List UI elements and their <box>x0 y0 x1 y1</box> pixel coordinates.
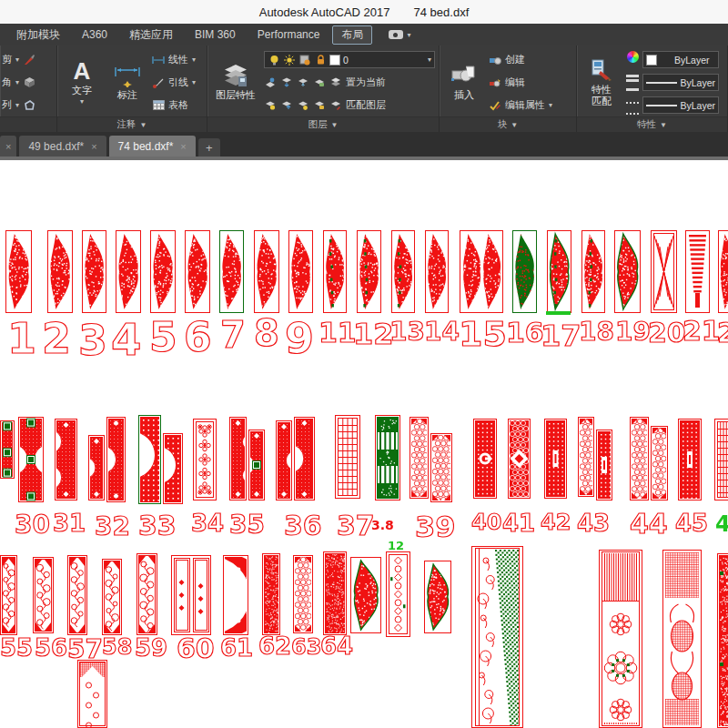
create-block-button[interactable]: 创建 <box>489 52 552 68</box>
sun-icon[interactable] <box>283 54 296 66</box>
close-icon[interactable]: × <box>180 141 186 152</box>
trim-button[interactable]: 剪 ▾ <box>2 52 53 68</box>
table-button[interactable]: 表格 <box>152 97 196 114</box>
create-block-icon <box>489 54 501 66</box>
linetype-sample <box>646 105 677 106</box>
table-icon <box>152 99 165 112</box>
title-bar: Autodesk AutoCAD 2017 74 bed.dxf <box>0 0 728 24</box>
fillet-button[interactable]: 角 ▾ <box>2 75 53 91</box>
layers-icon <box>223 64 248 87</box>
menu-tab-addins[interactable]: 附加模块 <box>7 25 69 45</box>
chevron-down-icon: ▼ <box>660 121 667 129</box>
linear-button[interactable]: 线性 ▾ <box>152 52 196 68</box>
autocad-window: Autodesk AutoCAD 2017 74 bed.dxf 附加模块 A3… <box>0 0 728 728</box>
menu-tab-performance[interactable]: Performance <box>248 26 329 43</box>
edit-block-button[interactable]: 编辑 <box>489 75 552 91</box>
properties-panel: 特性 匹配 ByLayer ByLayer <box>577 46 728 132</box>
color-swatch <box>646 55 657 66</box>
chevron-down-icon: ▾ <box>428 56 431 64</box>
layers-panel-footer[interactable]: 图层 ▼ <box>207 116 439 132</box>
layer-current-icon[interactable] <box>329 76 342 89</box>
modify-panel-partial: 剪 ▾ 角 ▾ 列 ▾ <box>0 46 57 132</box>
layer-freeze-icon[interactable] <box>298 54 311 66</box>
close-icon[interactable]: × <box>5 141 11 152</box>
chevron-down-icon: ▼ <box>331 121 339 129</box>
layer-current-value: 0 <box>343 55 425 66</box>
insert-button[interactable]: 插入 <box>443 48 485 116</box>
linear-dim-icon <box>152 54 165 66</box>
lineweight-sample <box>646 82 677 84</box>
layers-panel: 图层特性 <box>207 46 440 132</box>
chevron-down-icon: ▾ <box>80 97 84 106</box>
match-properties-label: 特性 匹配 <box>592 84 612 106</box>
menu-tab-featured-apps[interactable]: 精选应用 <box>120 25 182 45</box>
brush-icon[interactable] <box>23 54 35 66</box>
edit-attributes-button[interactable]: 编辑属性 ▾ <box>489 97 552 114</box>
match-properties-button[interactable]: 特性 匹配 <box>581 48 622 116</box>
linetype-icon[interactable] <box>626 102 639 115</box>
layer-properties-button[interactable]: 图层特性 <box>211 48 260 116</box>
dimension-button[interactable]: 标注 <box>106 48 148 116</box>
file-tab-clipped[interactable]: × <box>0 136 16 157</box>
chevron-down-icon: ▾ <box>192 56 196 64</box>
layer-lock2-icon[interactable] <box>313 99 326 112</box>
file-tab-49bed[interactable]: 49 bed.dxf* × <box>19 136 106 157</box>
layer-select[interactable]: 0 ▾ <box>264 51 435 68</box>
array-button[interactable]: 列 ▾ <box>2 97 53 114</box>
polygon-icon[interactable] <box>23 99 35 112</box>
file-tab-74bed[interactable]: 74 bed.dxf* × <box>109 136 196 157</box>
layer-match-icon[interactable] <box>329 99 342 112</box>
drawing-canvas[interactable] <box>0 160 728 728</box>
annotation-panel-footer[interactable]: 注释 ▼ <box>57 116 207 132</box>
text-icon: A <box>74 59 91 83</box>
object-color-select[interactable]: ByLayer <box>642 51 719 68</box>
layer-freeze2-icon[interactable] <box>297 76 309 89</box>
block-panel: 插入 创建 编辑 <box>440 46 577 132</box>
menu-bar: 附加模块 A360 精选应用 BIM 360 Performance 布局 ▾ <box>0 24 728 46</box>
ribbon-display-button[interactable]: ▾ <box>389 30 410 39</box>
menu-tab-layout[interactable]: 布局 <box>332 25 372 45</box>
annotation-panel: A 文字 ▾ 标注 线性 ▾ <box>57 46 207 132</box>
match-layer-row: 匹配图层 <box>264 97 435 114</box>
camera-icon <box>389 30 403 39</box>
layer-on-icon[interactable] <box>264 99 277 112</box>
modify-panel-footer[interactable] <box>0 116 56 132</box>
menu-tab-bim360[interactable]: BIM 360 <box>186 26 245 43</box>
layer-pin-icon[interactable] <box>264 76 277 89</box>
layer-down-icon[interactable] <box>280 76 293 89</box>
lock-icon[interactable] <box>314 54 327 66</box>
chevron-down-icon: ▾ <box>15 56 19 64</box>
linetype-select[interactable]: ByLayer <box>642 96 719 114</box>
layer-unlock-icon[interactable] <box>313 76 326 89</box>
chevron-down-icon: ▾ <box>549 101 552 109</box>
chevron-down-icon: ▾ <box>192 78 196 86</box>
box-icon[interactable] <box>23 76 35 89</box>
insert-icon <box>450 64 478 87</box>
block-panel-footer[interactable]: 块 ▼ <box>440 116 576 132</box>
text-button[interactable]: A 文字 ▾ <box>61 48 103 116</box>
new-tab-button[interactable]: + <box>198 138 220 157</box>
plus-icon: + <box>206 141 213 155</box>
app-title: Autodesk AutoCAD 2017 <box>259 5 390 19</box>
lineweight-icon[interactable] <box>626 76 639 89</box>
document-title: 74 bed.dxf <box>414 5 470 19</box>
chevron-down-icon: ▼ <box>140 121 147 129</box>
menu-tab-a360[interactable]: A360 <box>73 26 116 43</box>
layer-up-icon[interactable] <box>280 99 293 112</box>
dimension-icon <box>114 64 141 87</box>
file-tab-bar: × 49 bed.dxf* × 74 bed.dxf* × + <box>0 132 728 157</box>
leader-button[interactable]: 引线 ▾ <box>152 75 196 91</box>
chevron-down-icon: ▾ <box>407 31 410 39</box>
bulb-icon[interactable] <box>268 54 280 66</box>
lineweight-select[interactable]: ByLayer <box>642 74 719 91</box>
color-wheel-icon[interactable] <box>626 50 639 63</box>
ribbon: 剪 ▾ 角 ▾ 列 ▾ <box>0 46 728 132</box>
chevron-down-icon: ▾ <box>15 101 19 109</box>
layer-thaw-icon[interactable] <box>297 99 309 112</box>
close-icon[interactable]: × <box>91 141 96 152</box>
properties-panel-footer[interactable]: 特性 ▼ <box>577 116 727 132</box>
layer-color-swatch <box>329 55 340 66</box>
chevron-down-icon: ▼ <box>511 121 518 129</box>
edit-block-icon <box>489 76 501 89</box>
leader-icon <box>152 76 165 89</box>
